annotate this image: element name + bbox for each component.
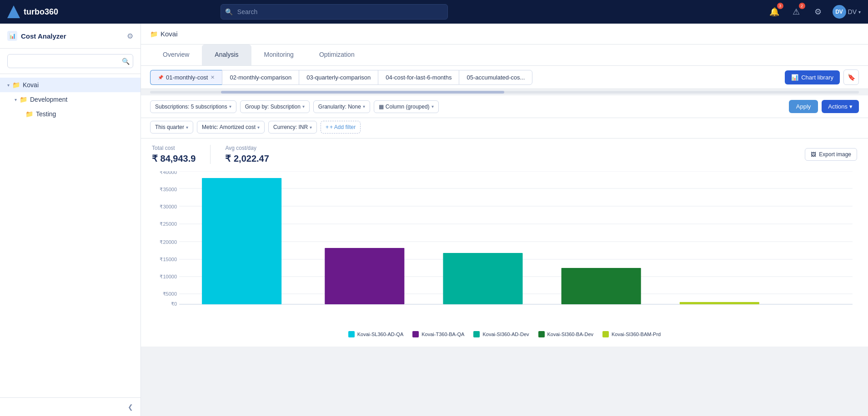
bookmark-button[interactable]: 🔖 <box>843 69 859 85</box>
chart-type-filter[interactable]: ▦ Column (grouped) ▾ <box>374 100 439 113</box>
bar-kovai-si360-bam-prd[interactable] <box>680 302 759 304</box>
sidebar-item-kovai[interactable]: ▾ 📁 Kovai <box>0 78 140 92</box>
tab-optimization[interactable]: Optimization <box>306 45 367 65</box>
app-name: turbo360 <box>24 7 58 17</box>
metric-filter[interactable]: Metric: Amortized cost ▾ <box>197 121 265 134</box>
view-tabs-strip: 📌 01-monthly-cost ✕ 02-monthly-compariso… <box>141 66 868 89</box>
user-menu[interactable]: DV DV ▾ <box>833 5 861 19</box>
alerts-button[interactable]: ⚠ 2 <box>789 5 803 19</box>
filters-right: Apply Actions ▾ <box>789 100 859 113</box>
chevron-down-icon: ▾ <box>849 103 853 110</box>
view-tab-label: 03-quarterly-comparison <box>306 74 371 81</box>
avatar: DV <box>833 5 846 19</box>
settings-button[interactable]: ⚙ <box>811 5 825 19</box>
notifications-button[interactable]: 🔔 3 <box>767 5 782 19</box>
view-tab-accumulated[interactable]: 05-accumulated-cos... <box>459 70 532 85</box>
sidebar-search-container: 🔍 <box>0 49 140 74</box>
breadcrumb: 📁 Kovai <box>150 30 178 38</box>
chevron-down-icon: ▾ <box>858 10 861 15</box>
chevron-down-icon: ▾ <box>15 97 17 102</box>
legend-item-si360-ba: Kovai-SI360-BA-Dev <box>538 331 594 337</box>
view-tab-label: 04-cost-for-last-6-months <box>386 74 452 81</box>
svg-text:₹10000: ₹10000 <box>160 274 177 279</box>
horizontal-scrollbar[interactable] <box>150 91 859 94</box>
sidebar-settings-button[interactable]: ⚙ <box>127 32 133 40</box>
svg-text:₹0: ₹0 <box>171 301 177 307</box>
sidebar-title: 📊 Cost Analyzer <box>7 31 66 41</box>
svg-text:₹5000: ₹5000 <box>163 291 177 297</box>
group-by-filter[interactable]: Group by: Subscription ▾ <box>240 100 310 113</box>
legend-label: Kovai-SI360-AD-Dev <box>482 332 529 337</box>
legend-item-t360: Kovai-T360-BA-QA <box>412 331 464 337</box>
pin-icon: 📌 <box>158 75 163 80</box>
total-cost-stat: Total cost ₹ 84,943.9 <box>152 145 211 164</box>
granularity-filter[interactable]: Granularity: None ▾ <box>313 100 370 113</box>
svg-text:₹35000: ₹35000 <box>160 187 177 192</box>
sidebar-title-label: Cost Analyzer <box>21 32 66 40</box>
chevron-down-icon: ▾ <box>186 125 188 130</box>
scrollbar-thumb <box>221 91 505 94</box>
bar-chart-icon: ▦ <box>379 104 384 110</box>
page-header: 📁 Kovai <box>141 24 868 45</box>
chevron-down-icon: ▾ <box>431 104 434 109</box>
legend-color <box>473 331 480 337</box>
close-icon[interactable]: ✕ <box>211 74 215 80</box>
svg-text:₹25000: ₹25000 <box>160 221 177 227</box>
chart-container: ₹0 ₹5000 ₹10000 ₹15000 ₹20000 ₹25000 ₹30… <box>141 167 868 347</box>
avg-cost-value: ₹ 2,022.47 <box>225 153 269 164</box>
currency-filter[interactable]: Currency: INR ▾ <box>268 121 317 134</box>
sidebar-search-icon: 🔍 <box>122 58 130 65</box>
legend-color <box>412 331 419 337</box>
sidebar-item-label: Testing <box>36 110 133 118</box>
view-tab-label: 02-monthly-comparison <box>230 74 291 81</box>
svg-text:₹30000: ₹30000 <box>160 204 177 209</box>
bar-kovai-si360-ad-dev[interactable] <box>443 253 522 304</box>
folder-icon: 📁 <box>20 96 27 103</box>
bar-kovai-sl360-ad-qa[interactable] <box>202 178 281 304</box>
legend-label: Kovai-SI360-BAM-Prd <box>612 332 661 337</box>
sidebar-item-development[interactable]: ▾ 📁 Development <box>0 92 140 107</box>
nav-right: 🔔 3 ⚠ 2 ⚙ DV DV ▾ <box>767 5 861 19</box>
bookmark-icon: 🔖 <box>848 74 855 81</box>
bar-kovai-t360-ba-qa[interactable] <box>325 248 404 304</box>
app-logo[interactable]: turbo360 <box>7 5 58 18</box>
search-icon: 🔍 <box>225 8 233 15</box>
image-icon: 🖼 <box>811 151 816 158</box>
export-image-button[interactable]: 🖼 Export image <box>805 148 857 161</box>
actions-button[interactable]: Actions ▾ <box>822 100 859 113</box>
search-input[interactable] <box>221 4 448 20</box>
sidebar-search-input[interactable] <box>7 54 133 68</box>
avg-cost-stat: Avg cost/day ₹ 2,022.47 <box>211 145 269 164</box>
apply-button[interactable]: Apply <box>789 100 818 113</box>
total-cost-label: Total cost <box>152 145 196 151</box>
bar-kovai-si360-ba-dev[interactable] <box>562 268 641 304</box>
sidebar: 📊 Cost Analyzer ⚙ 🔍 ▾ 📁 Kovai ▾ 📁 Develo… <box>0 24 141 416</box>
stats-export-row: Total cost ₹ 84,943.9 Avg cost/day ₹ 2,0… <box>141 139 868 167</box>
tab-monitoring[interactable]: Monitoring <box>251 45 306 65</box>
view-tab-monthly-comparison[interactable]: 02-monthly-comparison <box>222 70 299 85</box>
view-tab-monthly-cost[interactable]: 📌 01-monthly-cost ✕ <box>150 70 222 85</box>
legend-color <box>538 331 545 337</box>
tab-analysis[interactable]: Analysis <box>202 45 251 65</box>
time-range-filter[interactable]: This quarter ▾ <box>150 121 193 134</box>
total-cost-value: ₹ 84,943.9 <box>152 153 196 164</box>
view-tab-cost-last-6months[interactable]: 04-cost-for-last-6-months <box>378 70 459 85</box>
add-filter-button[interactable]: + + Add filter <box>321 121 361 134</box>
top-nav: turbo360 🔍 🔔 3 ⚠ 2 ⚙ DV DV ▾ <box>0 0 868 24</box>
legend-label: Kovai-SI360-BA-Dev <box>547 332 594 337</box>
svg-text:₹15000: ₹15000 <box>160 257 177 262</box>
nav-search-container: 🔍 <box>221 4 448 20</box>
alert-icon: ⚠ <box>793 7 800 17</box>
sidebar-item-label: Kovai <box>23 81 133 89</box>
sidebar-item-testing[interactable]: 📁 Testing <box>0 107 140 121</box>
sidebar-collapse-button[interactable]: ❮ <box>128 403 133 411</box>
chart-library-button[interactable]: 📊 Chart library <box>785 70 840 84</box>
view-tab-quarterly-comparison[interactable]: 03-quarterly-comparison <box>299 70 378 85</box>
chart-svg: ₹0 ₹5000 ₹10000 ₹15000 ₹20000 ₹25000 ₹30… <box>152 171 857 312</box>
sidebar-item-label: Development <box>30 96 133 103</box>
tab-overview[interactable]: Overview <box>150 45 202 65</box>
legend-item-si360-ad: Kovai-SI360-AD-Dev <box>473 331 529 337</box>
bell-icon: 🔔 <box>769 7 779 17</box>
subscriptions-filter[interactable]: Subscriptions: 5 subscriptions ▾ <box>150 100 236 113</box>
user-label: DV <box>848 8 857 15</box>
